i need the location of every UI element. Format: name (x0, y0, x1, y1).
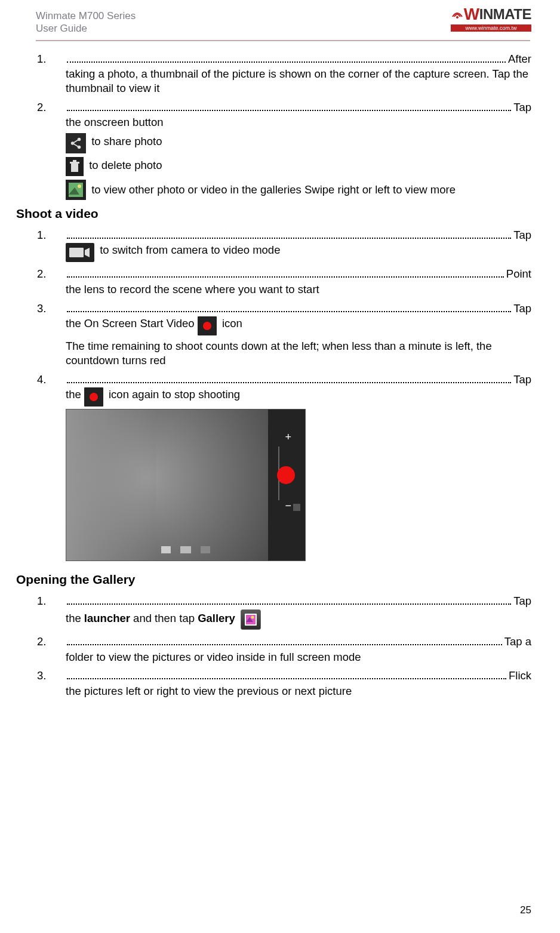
leader-word: Tap (512, 100, 531, 115)
video-mode-icon (66, 243, 94, 262)
item-body: the lens to record the scene where you w… (66, 282, 531, 297)
page-header: Winmate M700 Series User Guide WINMATE w… (0, 0, 560, 38)
list-item: 1. Tap the launcher and then tap Gallery (37, 594, 531, 630)
list-item: 1. Tap to switch from camera to video mo… (37, 228, 531, 263)
gallery-app-icon (241, 609, 261, 630)
svg-rect-8 (73, 160, 76, 162)
item3-text-a: the On Screen Start Video (66, 317, 198, 330)
svg-rect-6 (71, 164, 78, 172)
gallery-list: 1. Tap the launcher and then tap Gallery… (37, 594, 531, 698)
list-number: 3. (37, 301, 46, 316)
leader-word: After (507, 52, 531, 66)
svg-point-14 (203, 322, 211, 330)
svg-point-19 (251, 615, 254, 618)
leader-word: Flick (507, 669, 531, 683)
list-item: 4. Tap the icon again to stop shooting + (37, 372, 531, 562)
leader-word: Tap (512, 372, 531, 387)
zoom-out-icon: − (285, 499, 291, 513)
item-body: to switch from camera to video mode (66, 243, 531, 262)
item-body: folder to view the pictures or video ins… (66, 650, 531, 664)
share-line: to share photo (66, 133, 531, 153)
dotted-leader: After (66, 52, 531, 66)
svg-point-0 (456, 16, 459, 19)
item-body: taking a photo, a thumbnail of the pictu… (66, 67, 531, 95)
mode-switch-row (66, 544, 305, 556)
brand-w: W (464, 5, 479, 24)
record-icon (84, 387, 103, 407)
item-body: the icon again to stop shooting (66, 387, 531, 407)
brand-url: www.winmate.com.tw (451, 24, 531, 32)
zoom-in-icon: + (285, 430, 291, 444)
item-body: the pictures left or right to view the p… (66, 684, 531, 698)
g1-text-b: and then tap (133, 612, 198, 624)
brand-logo: WINMATE www.winmate.com.tw (451, 5, 531, 32)
trash-icon (66, 157, 84, 176)
photo-list: 1. After taking a photo, a thumbnail of … (37, 52, 531, 200)
svg-marker-13 (85, 248, 90, 257)
video-mode-selected-icon (180, 546, 191, 553)
section-title-video: Shoot a video (16, 206, 531, 222)
panorama-mode-icon (201, 546, 210, 553)
dotted-leader: Tap (66, 372, 531, 387)
list-item: 3. Flick the pictures left or right to v… (37, 669, 531, 698)
delete-line: to delete photo (66, 157, 531, 176)
svg-point-15 (90, 393, 98, 401)
share-text: to share photo (91, 135, 162, 147)
item3-text-b: icon (222, 317, 242, 330)
g1-bold2: Gallery (198, 612, 235, 624)
camera-mode-icon (161, 546, 171, 553)
list-number: 2. (37, 267, 46, 281)
leader-word: Tap a (503, 635, 531, 649)
item4-text-b: icon again to stop shooting (109, 388, 240, 401)
leader-word: Tap (512, 228, 531, 242)
delete-text: to delete photo (89, 159, 162, 171)
list-item: 2. Tap a folder to view the pictures or … (37, 635, 531, 664)
options-icon (293, 504, 300, 511)
list-number: 2. (37, 635, 46, 649)
list-item: 3. Tap the On Screen Start Video icon Th… (37, 301, 531, 368)
content: 1. After taking a photo, a thumbnail of … (0, 41, 560, 698)
item-body-2: The time remaining to shoot counts down … (66, 339, 531, 367)
dotted-leader: Tap (66, 594, 531, 608)
video-list: 1. Tap to switch from camera to video mo… (37, 228, 531, 562)
item4-text-a: the (66, 388, 84, 401)
video-item1-text: to switch from camera to video mode (100, 244, 280, 256)
brand-rest: INMATE (479, 6, 531, 23)
dotted-leader: Point (66, 267, 531, 281)
list-number: 1. (37, 52, 46, 66)
list-number: 1. (37, 594, 46, 608)
share-icon (66, 133, 86, 153)
page-number: 25 (520, 904, 531, 916)
wifi-icon (451, 8, 464, 20)
view-line: to view other photo or video in the gall… (66, 180, 531, 200)
view-text: to view other photo or video in the gall… (91, 183, 456, 196)
dotted-leader: Flick (66, 669, 531, 683)
list-item: 2. Tap the onscreen button to share phot… (37, 100, 531, 200)
list-item: 2. Point the lens to record the scene wh… (37, 267, 531, 296)
dotted-leader: Tap a (66, 635, 531, 649)
leader-word: Point (505, 267, 531, 281)
leader-word: Tap (512, 301, 531, 316)
svg-rect-12 (69, 248, 84, 257)
brand-name: WINMATE (451, 5, 531, 24)
dotted-leader: Tap (66, 301, 531, 316)
item-body: the onscreen button (66, 115, 531, 130)
leader-word: Tap (512, 594, 531, 608)
dotted-leader: Tap (66, 100, 531, 115)
g1-bold1: launcher (84, 612, 130, 624)
list-number: 4. (37, 372, 46, 387)
list-item: 1. After taking a photo, a thumbnail of … (37, 52, 531, 96)
item-body: the On Screen Start Video icon (66, 316, 531, 335)
svg-point-11 (78, 184, 81, 188)
record-icon (198, 316, 217, 335)
gallery-thumb-icon (66, 180, 86, 200)
list-number: 1. (37, 228, 46, 242)
item-body: the launcher and then tap Gallery (66, 609, 531, 630)
list-number: 2. (37, 100, 46, 115)
svg-line-4 (73, 140, 78, 143)
svg-rect-7 (70, 162, 79, 164)
g1-text-a: the (66, 612, 84, 624)
section-title-gallery: Opening the Gallery (16, 572, 531, 588)
list-number: 3. (37, 669, 46, 683)
svg-line-5 (73, 144, 78, 147)
